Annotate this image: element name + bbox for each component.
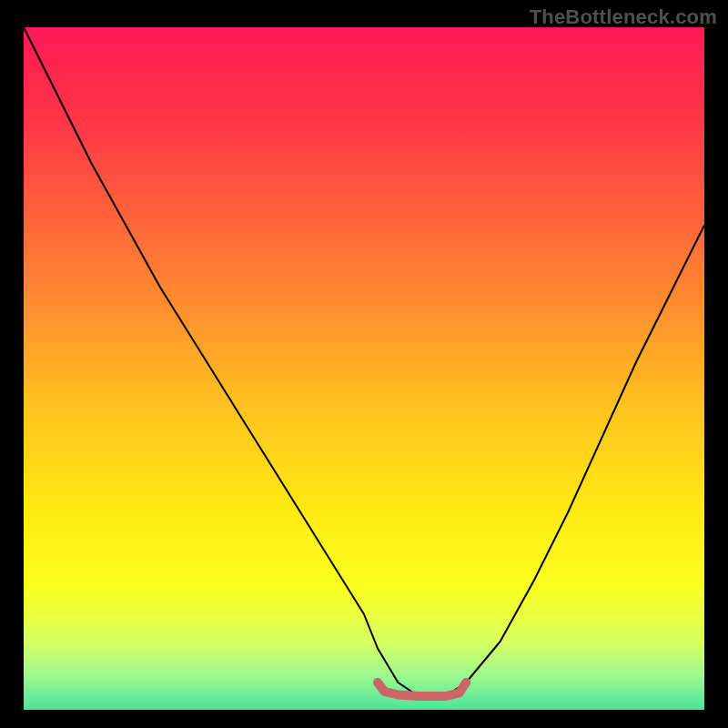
bottleneck-chart	[0, 0, 728, 728]
plot-background	[24, 27, 704, 710]
chart-frame: TheBottleneck.com	[0, 0, 728, 728]
